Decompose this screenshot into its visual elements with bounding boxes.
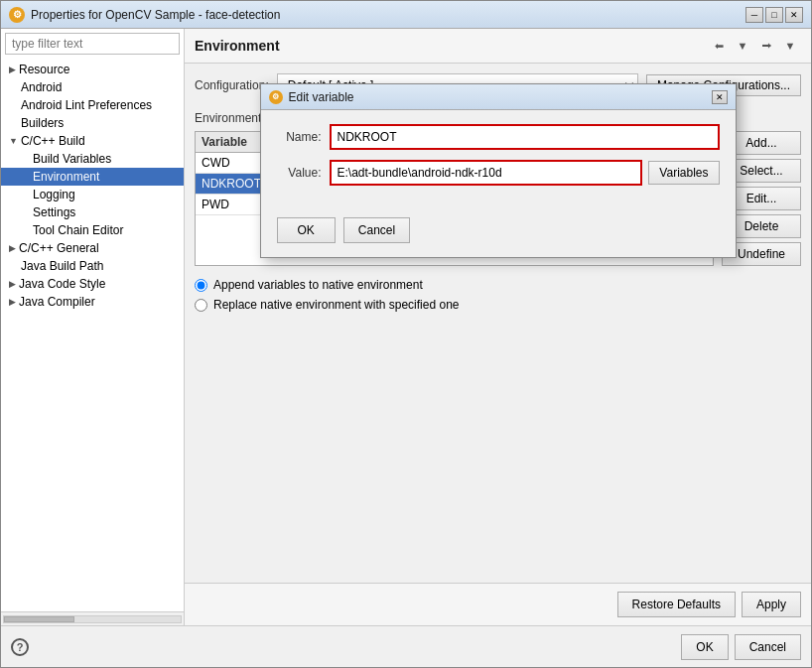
sidebar-item-android[interactable]: Android <box>1 78 184 96</box>
value-label: Value: <box>277 166 322 180</box>
main-content: ▶ Resource Android Android Lint Preferen… <box>1 29 811 625</box>
dialog-close-button[interactable]: ✕ <box>712 90 728 104</box>
sidebar-item-label: Logging <box>33 188 75 201</box>
main-window: ⚙ Properties for OpenCV Sample - face-de… <box>0 0 812 668</box>
sidebar-item-label: Android Lint Preferences <box>21 98 152 112</box>
sidebar-item-label: Build Variables <box>33 152 111 166</box>
scroll-track[interactable] <box>3 615 182 623</box>
dialog-title: Edit variable <box>289 90 354 104</box>
forward-button[interactable]: ⮕ <box>755 35 777 57</box>
dialog-title-bar: ⚙ Edit variable ✕ <box>261 84 736 110</box>
sidebar-item-android-lint[interactable]: Android Lint Preferences <box>1 96 184 114</box>
sidebar-item-cpp-build[interactable]: ▼ C/C++ Build <box>1 132 184 150</box>
cancel-button[interactable]: Cancel <box>735 634 801 660</box>
maximize-button[interactable]: □ <box>765 7 783 23</box>
window-icon: ⚙ <box>9 7 25 23</box>
panel-toolbar: ⬅ ▼ ⮕ ▼ <box>708 35 801 57</box>
ok-button[interactable]: OK <box>681 634 728 660</box>
sidebar-item-tool-chain-editor[interactable]: Tool Chain Editor <box>1 221 184 239</box>
dialog-title-left: ⚙ Edit variable <box>269 90 354 104</box>
sidebar-item-label: Java Compiler <box>19 295 95 309</box>
panel-body: Configuration: Default [ Active ] Manage… <box>185 64 811 583</box>
dialog-cancel-button[interactable]: Cancel <box>343 217 410 243</box>
back-button[interactable]: ⬅ <box>708 35 730 57</box>
dropdown-button[interactable]: ▼ <box>732 35 753 57</box>
panel-footer: Restore Defaults Apply <box>185 583 811 625</box>
help-icon[interactable]: ? <box>11 638 29 656</box>
panel-title: Environment <box>195 38 280 54</box>
name-label: Name: <box>277 130 322 144</box>
name-input[interactable] <box>330 124 720 150</box>
tree-arrow-resource: ▶ <box>9 65 16 74</box>
dialog-icon: ⚙ <box>269 90 283 104</box>
close-button[interactable]: ✕ <box>785 7 803 23</box>
window-controls: ─ □ ✕ <box>745 7 803 23</box>
edit-variable-dialog: ⚙ Edit variable ✕ Name: <box>260 83 737 258</box>
bottom-buttons: OK Cancel <box>681 634 801 660</box>
variables-button[interactable]: Variables <box>648 161 719 185</box>
tree-arrow-cpp-build: ▼ <box>9 136 18 146</box>
sidebar-item-label: Builders <box>21 116 64 130</box>
window-title: Properties for OpenCV Sample - face-dete… <box>31 8 280 22</box>
dialog-footer: OK Cancel <box>261 209 736 257</box>
sidebar-item-java-build-path[interactable]: Java Build Path <box>1 257 184 275</box>
tree-arrow-java-code-style: ▶ <box>9 279 16 289</box>
minimize-button[interactable]: ─ <box>745 7 763 23</box>
sidebar-item-java-compiler[interactable]: ▶ Java Compiler <box>1 293 184 311</box>
tree-arrow-cpp-general: ▶ <box>9 243 16 253</box>
sidebar-item-label: Android <box>21 80 62 94</box>
sidebar-hscroll <box>1 611 184 625</box>
sidebar-item-label: Java Build Path <box>21 259 103 273</box>
sidebar-item-label: Resource <box>19 63 69 76</box>
title-bar-left: ⚙ Properties for OpenCV Sample - face-de… <box>9 7 280 23</box>
dialog-value-row: Variables <box>330 160 720 186</box>
sidebar-item-settings[interactable]: Settings <box>1 203 184 221</box>
scroll-thumb <box>4 616 74 622</box>
filter-input[interactable] <box>5 33 180 55</box>
value-input[interactable] <box>330 160 643 186</box>
sidebar: ▶ Resource Android Android Lint Preferen… <box>1 29 185 625</box>
forward-dropdown-button[interactable]: ▼ <box>779 35 801 57</box>
sidebar-item-label: Environment <box>33 170 99 184</box>
sidebar-item-builders[interactable]: Builders <box>1 114 184 132</box>
dialog-ok-button[interactable]: OK <box>277 217 336 243</box>
sidebar-item-build-variables[interactable]: Build Variables <box>1 150 184 168</box>
dialog-overlay: ⚙ Edit variable ✕ Name: <box>185 64 811 583</box>
dialog-body: Name: Value: Variables <box>261 110 736 209</box>
sidebar-item-label: Java Code Style <box>19 277 105 291</box>
sidebar-item-resource[interactable]: ▶ Resource <box>1 61 184 78</box>
sidebar-item-label: C/C++ Build <box>21 134 85 148</box>
tree-arrow-java-compiler: ▶ <box>9 297 16 307</box>
sidebar-item-cpp-general[interactable]: ▶ C/C++ General <box>1 239 184 257</box>
panel-header: Environment ⬅ ▼ ⮕ ▼ <box>185 29 811 64</box>
sidebar-item-java-code-style[interactable]: ▶ Java Code Style <box>1 275 184 293</box>
sidebar-item-label: Settings <box>33 205 75 219</box>
dialog-value-field: Value: Variables <box>277 160 720 186</box>
title-bar: ⚙ Properties for OpenCV Sample - face-de… <box>1 1 811 29</box>
sidebar-item-label: Tool Chain Editor <box>33 223 123 237</box>
restore-defaults-button[interactable]: Restore Defaults <box>617 592 736 617</box>
sidebar-item-logging[interactable]: Logging <box>1 186 184 203</box>
sidebar-item-label: C/C++ General <box>19 241 99 255</box>
tree-area: ▶ Resource Android Android Lint Preferen… <box>1 59 184 611</box>
sidebar-item-environment[interactable]: Environment <box>1 168 184 186</box>
bottom-bar: ? OK Cancel <box>1 625 811 667</box>
right-panel: Environment ⬅ ▼ ⮕ ▼ Configuration: Defau… <box>185 29 811 625</box>
apply-button[interactable]: Apply <box>742 592 801 617</box>
dialog-name-field: Name: <box>277 124 720 150</box>
